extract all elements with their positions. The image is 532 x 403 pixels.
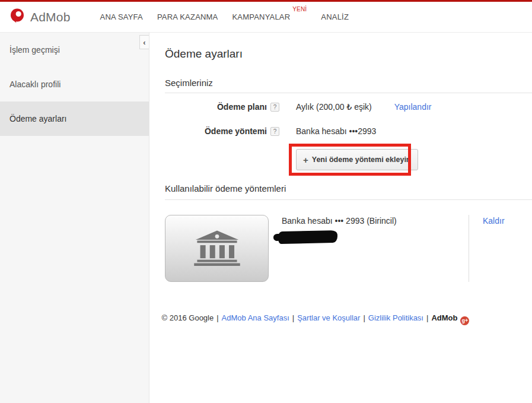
help-icon[interactable]: ? — [270, 103, 279, 112]
sidebar-item-islem-gecmisi[interactable]: İşlem geçmişi — [0, 33, 149, 67]
new-badge: YENİ — [292, 6, 307, 12]
app-header: AdMob ANA SAYFA PARA KAZANMA KAMPANYALAR… — [0, 2, 532, 33]
sidebar: İşlem geçmişi Alacaklı profili Ödeme aya… — [0, 33, 149, 403]
nav-item-ana-sayfa[interactable]: ANA SAYFA — [100, 9, 143, 25]
page-title: Ödeme ayarları — [165, 47, 243, 61]
footer-brand: AdMob — [431, 313, 457, 322]
footer-separator: | — [426, 313, 428, 322]
admob-logo-icon — [8, 7, 26, 27]
sidebar-item-alacakli-profili[interactable]: Alacaklı profili — [0, 67, 149, 101]
footer-separator: | — [216, 313, 218, 322]
nav-item-kampanyalar-label: KAMPANYALAR — [232, 12, 291, 21]
vertical-divider — [469, 215, 469, 282]
admob-wordmark: AdMob — [30, 10, 71, 24]
footer-link-privacy[interactable]: Gizlilik Politikası — [368, 313, 423, 322]
help-icon[interactable]: ? — [270, 127, 279, 136]
chevron-left-icon: ‹ — [143, 38, 145, 47]
main-nav: ANA SAYFA PARA KAZANMA KAMPANYALAR YENİ … — [100, 9, 363, 25]
plus-icon: + — [303, 155, 308, 165]
sidebar-collapse-button[interactable]: ‹ — [139, 35, 149, 49]
payment-plan-row: Ödeme planı ? Aylık (200,00 ₺ eşik) Yapı… — [165, 102, 431, 112]
nav-item-kampanyalar[interactable]: KAMPANYALAR YENİ — [232, 9, 291, 25]
admob-logo[interactable]: AdMob — [8, 7, 71, 27]
selections-divider — [165, 93, 532, 93]
remove-link[interactable]: Kaldır — [483, 216, 505, 226]
bank-account-title: Banka hesabı ••• 2993 (Birincil) — [282, 216, 397, 226]
google-plus-icon[interactable]: g+ — [460, 316, 469, 325]
sidebar-item-odeme-ayarlari[interactable]: Ödeme ayarları — [0, 101, 149, 136]
footer-separator: | — [363, 313, 365, 322]
payment-method-label: Ödeme yöntemi — [165, 126, 267, 136]
footer-link-home[interactable]: AdMob Ana Sayfası — [222, 313, 289, 322]
configure-link[interactable]: Yapılandır — [394, 102, 432, 112]
payment-plan-label: Ödeme planı — [165, 102, 267, 112]
available-methods-heading: Kullanılabilir ödeme yöntemleri — [165, 183, 286, 193]
available-methods-divider — [165, 199, 532, 200]
nav-item-para-kazanma[interactable]: PARA KAZANMA — [157, 9, 218, 25]
redacted-account-holder-name — [278, 230, 337, 244]
footer-link-terms[interactable]: Şartlar ve Koşullar — [297, 313, 360, 322]
bank-account-card — [165, 215, 269, 282]
selections-heading: Seçimleriniz — [165, 78, 213, 88]
payment-method-value: Banka hesabı •••2993 — [296, 126, 376, 136]
copyright-text: © 2016 Google — [162, 313, 214, 322]
payment-plan-value: Aylık (200,00 ₺ eşik) — [296, 102, 372, 112]
footer-separator: | — [292, 313, 294, 322]
bank-icon — [191, 229, 243, 268]
admob-payment-settings-page: AdMob ANA SAYFA PARA KAZANMA KAMPANYALAR… — [0, 0, 532, 403]
add-payment-method-button-label: Yeni ödeme yöntemi ekleyin — [312, 156, 411, 164]
footer: © 2016 Google|AdMob Ana Sayfası|Şartlar … — [149, 313, 482, 325]
nav-item-analiz[interactable]: ANALİZ — [321, 9, 349, 25]
add-payment-method-button[interactable]: + Yeni ödeme yöntemi ekleyin — [296, 149, 418, 170]
payment-method-row: Ödeme yöntemi ? Banka hesabı •••2993 — [165, 126, 376, 136]
